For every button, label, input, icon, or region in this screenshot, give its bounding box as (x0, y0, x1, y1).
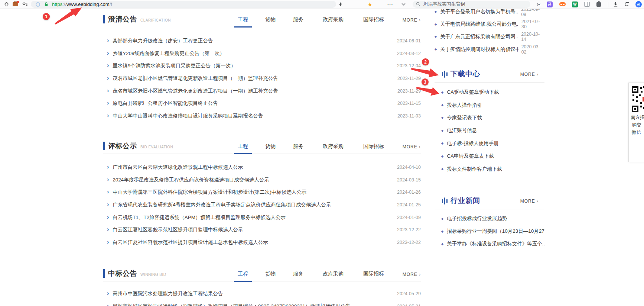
tab-services[interactable]: 服务 (293, 271, 303, 277)
tab-gov-procurement[interactable]: 政府采购 (323, 271, 344, 277)
scissors-icon[interactable]: ✂ (535, 0, 543, 9)
notice-row[interactable]: ◆关于疫情防控期间对投标人的倡议书2020-03-02 (435, 43, 544, 56)
more-link[interactable]: MORE› (403, 271, 421, 277)
more-link[interactable]: MORE› (520, 198, 539, 204)
announcement-date: 2024-05-29 (391, 291, 421, 296)
announcement-row[interactable]: ›里水镇9个消防蓄水池安装项目采购更正公告（第一次）2023-12-04 (103, 59, 421, 72)
announcement-row[interactable]: ›2024年度零星改造及修缮工程供应商议价资格遴选项目成交候选人公示2024-0… (103, 174, 421, 186)
download-item[interactable]: ◆电汇账号信息 (435, 124, 544, 137)
more-options-icon[interactable]: ⋯ (386, 0, 394, 9)
tab-services[interactable]: 服务 (293, 16, 303, 23)
announcement-row[interactable]: ›白云区江夏社区容貌示范社区提升项目监理中标候选人公示2023-12-22 (103, 223, 421, 236)
news-list: ◆电子招投标成行业发展趋势 ◆招标采购行业一周要闻（10月23日—10月27..… (435, 212, 544, 250)
quick-search-box[interactable]: 坍塌事故实习生背锅 (413, 1, 530, 8)
more-link[interactable]: MORE› (403, 144, 421, 149)
chevron-right-icon: › (107, 75, 109, 81)
qr-logo (643, 97, 644, 102)
lightning-icon[interactable] (337, 0, 344, 9)
bars-icon (442, 71, 448, 78)
more-link[interactable]: MORE› (520, 71, 539, 77)
qr-caption-line: 微信 (632, 129, 641, 136)
tab-international[interactable]: 国际招标 (363, 271, 384, 277)
download-item[interactable]: ◆电子标-投标人使用手册 (435, 137, 544, 150)
chevron-right-icon: › (107, 202, 109, 207)
announcement-row[interactable]: ›中山大学中山眼科中心改造修缮项目设计服务采购项目延期报名公告2023-11-0… (103, 110, 421, 122)
downloads-icon[interactable] (612, 0, 619, 9)
diamond-bullet-icon: ◆ (441, 116, 443, 119)
chevron-down-icon[interactable] (400, 0, 407, 9)
download-item[interactable]: ◆专家登记表下载 (435, 112, 544, 124)
tab-engineering[interactable]: 工程 (238, 271, 248, 277)
download-item[interactable]: ◆投标人操作指引 (435, 99, 544, 111)
tab-gov-procurement[interactable]: 政府采购 (323, 143, 344, 150)
site-info-icon[interactable] (36, 2, 40, 7)
download-item[interactable]: ◆CA驱动及签章驱动下载 (435, 86, 544, 99)
announcement-row[interactable]: ›河源市源城区宝源学校运动场（羽毛球场）改造项目（项目编号：0825-2407D… (103, 300, 421, 306)
tab-goods[interactable]: 货物 (265, 16, 276, 23)
page: https://www.eebidding.com/f ★ ⋯ 坍塌事故实习生背… (0, 0, 644, 306)
announcement-row[interactable]: ›白云区江夏社区容貌示范社区提升项目设计施工总承包中标候选人公示2023-12-… (103, 236, 421, 249)
games-icon[interactable] (559, 0, 566, 9)
download-item[interactable]: ◆投标文件制作客户端下载 (435, 162, 544, 175)
chevron-right-icon: › (107, 164, 109, 170)
announcement-date: 2024-03-15 (391, 177, 421, 183)
notice-date: 2021-07-30 (518, 19, 544, 29)
announcement-row[interactable]: ›白云机场T1、T2旅客捷运系统（APM）预留工程项目监理服务中标候选人公示20… (103, 211, 421, 224)
announcement-row[interactable]: ›乡道Y209线路面修复工程采购更正公告（第一次）2024-03-12 (103, 47, 421, 60)
qr-code (631, 86, 644, 113)
tab-services[interactable]: 服务 (293, 143, 303, 150)
announcement-row[interactable]: ›中山大学附属第三医院外科住院综合楼项目方案设计和初步设计(第二次)中标候选人公… (103, 186, 421, 199)
more-arrow-icon: › (537, 71, 539, 77)
reading-list-icon[interactable] (583, 0, 591, 9)
announcement-date: 2024-05-21 (391, 304, 421, 306)
tab-international[interactable]: 国际招标 (363, 16, 384, 23)
announcement-row[interactable]: ›茂名市城区老旧小区燃气管道老化更新改造工程项目（一期）施工补充公告2023-1… (103, 85, 421, 97)
announcement-title: 白云区江夏社区容貌示范社区提升项目监理中标候选人公示 (113, 226, 243, 233)
announcement-date: 2024-04-10 (391, 165, 421, 170)
announcement-row[interactable]: ›广州市白云区白云湖大道绿化改造景观工程中标候选人公示2024-04-10 (103, 161, 421, 174)
extensions-puzzle-icon[interactable] (595, 0, 602, 9)
announcement-title: 中山大学中山眼科中心改造修缮项目设计服务采购项目延期报名公告 (113, 113, 263, 119)
notice-title: 关于平台登录用户名切换为手机号... (440, 9, 518, 15)
chevron-right-icon: › (107, 62, 109, 68)
translate-icon[interactable]: 译 (546, 0, 553, 9)
favorites-list-icon[interactable] (22, 0, 28, 9)
undo-history-icon[interactable] (623, 0, 630, 9)
download-item[interactable]: ◆CA申请及签章表下载 (435, 150, 544, 162)
download-item-label: CA驱动及签章驱动下载 (447, 89, 499, 96)
notice-row[interactable]: ◆关于电信局线路维修,我公司部分电...2021-07-30 (435, 18, 544, 31)
announcement-row[interactable]: ›某部部分电力升级改造（建安）工程更正公告2024-06-01 (103, 35, 421, 47)
browser-toolbar: https://www.eebidding.com/f ★ ⋯ 坍塌事故实习生背… (0, 0, 644, 9)
ai-assistant-icon[interactable]: AI (635, 0, 642, 9)
tab-goods[interactable]: 货物 (265, 271, 276, 277)
announcement-date: 2024-01-26 (391, 190, 421, 195)
tab-goods[interactable]: 货物 (265, 143, 276, 150)
chevron-right-icon: › (107, 38, 109, 44)
tab-gov-procurement[interactable]: 政府采购 (323, 16, 344, 23)
diamond-bullet-icon: ◆ (435, 10, 437, 13)
bars-icon (442, 197, 448, 204)
news-item[interactable]: ◆电子招投标成行业发展趋势 (435, 212, 544, 225)
home-icon[interactable] (3, 0, 10, 9)
secure-lock-icon (44, 2, 49, 7)
news-item[interactable]: ◆招标采购行业一周要闻（10月23日—10月27... (435, 225, 544, 238)
news-item[interactable]: ◆关于举办《标准设备采购招标文件》等五个... (435, 238, 544, 250)
diamond-bullet-icon: ◆ (435, 35, 437, 38)
tab-engineering[interactable]: 工程 (238, 16, 248, 23)
tab-engineering[interactable]: 工程 (238, 143, 248, 150)
docs-w-icon[interactable]: W (571, 0, 579, 9)
notice-row[interactable]: ◆关于广东元正招标采购有限公司网...2020-10-14 (435, 30, 544, 43)
announcement-row[interactable]: ›广东省现代农业装备研究所4号楼室内外改造工程电子卖场定点议价供应商征集项目成交… (103, 199, 421, 211)
tab-international[interactable]: 国际招标 (363, 143, 384, 150)
announcement-date: 2023-11-15 (391, 101, 421, 106)
announcement-row[interactable]: ›茂名市城区老旧小区燃气管道老化更新改造工程项目（一期）监理补充公告2023-1… (103, 72, 421, 85)
workspace-icon[interactable] (12, 0, 19, 9)
announcement-title: 原电白县磷肥厂公租房小区智能化项目终止公告 (113, 100, 218, 107)
announcement-title: 白云机场T1、T2旅客捷运系统（APM）预留工程项目监理服务中标候选人公示 (113, 214, 286, 221)
more-arrow-icon: › (419, 144, 421, 149)
announcement-row[interactable]: ›原电白县磷肥厂公租房小区智能化项目终止公告2023-11-15 (103, 97, 421, 110)
more-link[interactable]: MORE› (403, 17, 421, 23)
notice-date: 2020-10-14 (518, 32, 544, 42)
announcement-row[interactable]: ›高州市中医院污水处理能力提升改造工程结果公告2024-05-29 (103, 287, 421, 300)
bookmark-star-icon[interactable]: ★ (367, 0, 373, 9)
